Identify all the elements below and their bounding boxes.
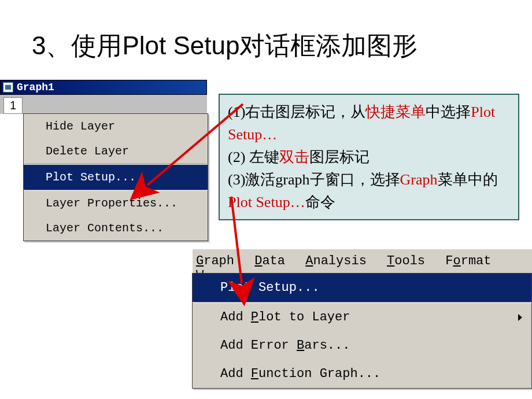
layer-context-menu: Hide Layer Delete Layer Plot Setup... La…: [23, 113, 208, 241]
menu-graph[interactable]: Graph: [196, 254, 234, 268]
layer-tab[interactable]: 1: [3, 97, 23, 114]
instruction-box: (1)右击图层标记，从快捷菜单中选择Plot Setup… (2) 左键双击图层…: [219, 94, 519, 220]
window-titlebar[interactable]: Graph1: [0, 80, 207, 95]
menu-tools[interactable]: Tools: [387, 254, 425, 268]
menu-item-plot-setup[interactable]: Plot Setup...: [24, 165, 208, 190]
graph-menu-dropdown: Plot Setup... Add Plot to Layer Add Erro…: [192, 273, 532, 389]
instruction-line-1: (1)右击图层标记，从快捷菜单中选择Plot Setup…: [228, 101, 510, 146]
slide-title: 3、使用Plot Setup对话框添加图形: [32, 29, 418, 63]
dropdown-add-plot-to-layer[interactable]: Add Plot to Layer: [193, 303, 531, 331]
menu-format[interactable]: Format: [445, 254, 491, 268]
instruction-line-3: (3)激活graph子窗口，选择Graph菜单中的Plot Setup…命令: [228, 168, 510, 213]
window-title: Graph1: [17, 82, 54, 93]
window-icon: [3, 82, 13, 93]
menu-item-delete-layer[interactable]: Delete Layer: [24, 139, 208, 164]
dropdown-add-function-graph[interactable]: Add Function Graph...: [193, 360, 531, 388]
submenu-arrow-icon: [518, 314, 522, 321]
menu-item-hide-layer[interactable]: Hide Layer: [24, 114, 208, 139]
instruction-line-2: (2) 左键双击图层标记: [228, 146, 510, 168]
dropdown-add-error-bars[interactable]: Add Error Bars...: [193, 331, 531, 360]
graph-window: Graph1 1: [0, 80, 207, 114]
menu-item-layer-contents[interactable]: Layer Contents...: [24, 216, 208, 241]
menu-item-layer-properties[interactable]: Layer Properties...: [24, 191, 208, 216]
menu-analysis[interactable]: Analysis: [305, 254, 367, 268]
menu-data[interactable]: Data: [254, 254, 285, 268]
dropdown-plot-setup[interactable]: Plot Setup...: [193, 274, 531, 302]
